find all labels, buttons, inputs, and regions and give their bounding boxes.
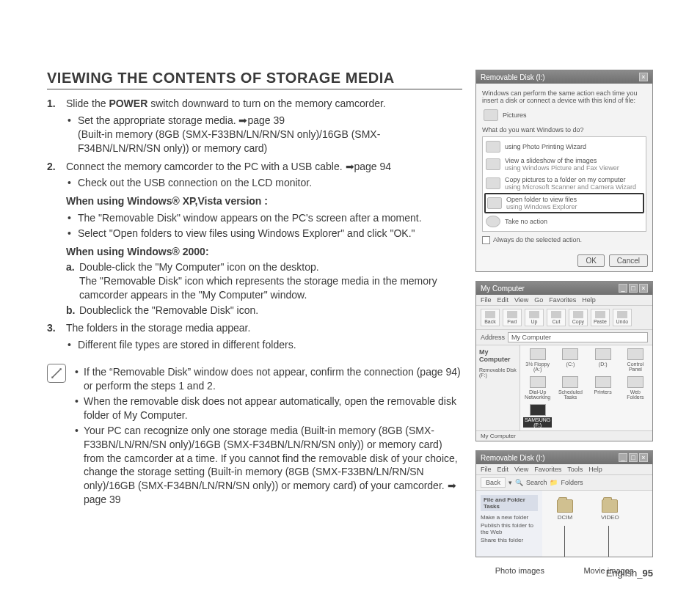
step2-ref: page 94 <box>354 161 392 172</box>
opt-copy-pictures[interactable]: Copy pictures to a folder on my computer… <box>484 174 644 193</box>
close-icon[interactable]: × <box>639 284 648 293</box>
dialog1-type: Pictures <box>503 111 527 119</box>
dialog2-title: My Computer <box>481 285 525 293</box>
task-share[interactable]: Share this folder <box>481 537 538 543</box>
opt-slideshow[interactable]: View a slideshow of the imagesusing Wind… <box>484 155 644 174</box>
drive-samsung[interactable]: SAMSUNG (F:) <box>523 404 552 428</box>
w2k-b: b.Doubleclick the "Removable Disk" icon. <box>66 304 462 318</box>
w2k-a: a.Double-click the "My Computer" icon on… <box>66 260 462 302</box>
mc-left-title: My Computer <box>479 348 511 363</box>
cancel-button[interactable]: Cancel <box>609 254 648 267</box>
status-bar: My Computer <box>476 430 652 441</box>
minimize-icon[interactable]: _ <box>619 453 627 462</box>
step2-text: Connect the memory camcorder to the PC w… <box>66 161 346 172</box>
w2k-b-text: Doubleclick the "Removable Disk" icon. <box>79 304 258 316</box>
step1-text-a: Slide the <box>66 98 109 109</box>
web-folders[interactable]: Web Folders <box>621 376 649 400</box>
dialup[interactable]: Dial-Up Networking <box>523 376 552 400</box>
note-b2: When the removable disk does not appear … <box>73 395 462 422</box>
menubar: File Edit View Go Favorites Help <box>476 295 652 306</box>
menu-file[interactable]: File <box>481 296 492 304</box>
main-steps: Slide the POWER switch downward to turn … <box>47 97 462 352</box>
tool-search[interactable]: Search <box>526 479 547 486</box>
pictures-icon <box>484 109 498 121</box>
folder-dcim[interactable]: DCIM <box>557 499 573 521</box>
opt-no-action[interactable]: Take no action <box>484 213 644 230</box>
section-title: VIEWING THE CONTENTS OF STORAGE MEDIA <box>47 70 462 89</box>
scheduled-tasks[interactable]: Scheduled Tasks <box>556 376 584 400</box>
dialog1-intro: Windows can perform the same action each… <box>482 89 646 104</box>
callout-line <box>608 526 609 557</box>
step-2: Connect the memory camcorder to the PC w… <box>47 160 462 318</box>
drive-floppy[interactable]: 3½ Floppy (A:) <box>523 348 552 372</box>
tool-copy[interactable]: Copy <box>569 309 588 326</box>
menu-favorites[interactable]: Favorites <box>534 466 561 473</box>
step1-bold: POWER <box>109 98 147 109</box>
footer-page: 95 <box>643 568 653 579</box>
tool-cut[interactable]: Cut <box>547 309 566 326</box>
opt-open-folder[interactable]: Open folder to view filesusing Windows E… <box>484 193 644 213</box>
xp-b1: The "Removable Disk" window appears on t… <box>66 211 462 225</box>
wizard-icon <box>486 141 500 153</box>
w2k-a-text: Double-click the "My Computer" icon on t… <box>79 261 437 301</box>
dialog-removable-disk: Removable Disk (I:) × Windows can perfor… <box>475 70 653 272</box>
menu-help[interactable]: Help <box>588 466 602 473</box>
dialog-my-computer: My Computer _□× File Edit View Go Favori… <box>475 281 653 441</box>
no-action-icon <box>486 216 500 227</box>
step1-bullet1: Set the appropriate storage media. ➡page… <box>66 114 462 155</box>
address-field[interactable]: My Computer <box>508 332 648 342</box>
dialog1-prompt: What do you want Windows to do? <box>482 126 646 133</box>
drive-c[interactable]: (C:) <box>556 348 584 372</box>
printers[interactable]: Printers <box>589 376 617 400</box>
callout-line <box>564 526 565 557</box>
menu-view[interactable]: View <box>514 296 528 304</box>
minimize-icon[interactable]: _ <box>619 284 627 293</box>
menu-help[interactable]: Help <box>582 296 596 304</box>
note-icon <box>47 364 66 383</box>
footer-sep: _ <box>637 568 642 579</box>
menu-tools[interactable]: Tools <box>567 466 583 473</box>
task-publish[interactable]: Publish this folder to the Web <box>481 522 538 535</box>
tool-up[interactable]: Up <box>525 309 544 326</box>
step1-b1-detail: (Built-in memory (8GB (SMX-F33BN/LN/RN/S… <box>78 128 380 154</box>
xp-heading: When using Windows® XP,Vista version : <box>66 194 462 208</box>
maximize-icon[interactable]: □ <box>629 453 638 462</box>
menu-favorites[interactable]: Favorites <box>549 296 576 304</box>
caption-photo: Photo images <box>495 566 544 575</box>
maximize-icon[interactable]: □ <box>629 284 638 293</box>
address-label: Address <box>481 334 505 341</box>
dialog3-title: Removable Disk (I:) <box>481 454 545 462</box>
menu-edit[interactable]: Edit <box>497 296 508 304</box>
close-icon[interactable]: × <box>639 453 648 462</box>
note-b1: If the “Removable Disk” window does not … <box>73 365 462 393</box>
step-1: Slide the POWER switch downward to turn … <box>47 97 462 155</box>
control-panel[interactable]: Control Panel <box>621 348 649 372</box>
note-b3-ref: page 39 <box>84 494 121 505</box>
step1-b1-ref: page 39 <box>247 114 285 126</box>
task-new-folder[interactable]: Make a new folder <box>481 514 538 521</box>
tool-fwd[interactable]: Fwd <box>503 309 522 326</box>
menu-file[interactable]: File <box>481 466 492 473</box>
tool-paste[interactable]: Paste <box>591 309 610 326</box>
menu-go[interactable]: Go <box>534 296 543 304</box>
ok-button[interactable]: OK <box>577 254 604 267</box>
always-label: Always do the selected action. <box>493 236 582 243</box>
step3-text: The folders in the storage media appear. <box>66 322 250 334</box>
xp-b2: Select "Open folders to view files using… <box>66 227 462 241</box>
folder-icon <box>487 197 502 209</box>
step2-bullet1: Check out the USB connection on the LCD … <box>66 176 462 190</box>
tool-back[interactable]: Back <box>481 477 506 488</box>
close-icon[interactable]: × <box>639 73 648 81</box>
mc-left-sub: Removable Disk (F:) <box>479 367 517 378</box>
opt-photo-wizard[interactable]: using Photo Printing Wizard <box>484 139 644 155</box>
always-checkbox[interactable] <box>482 236 490 244</box>
step3-b1: Different file types are stored in diffe… <box>66 338 462 352</box>
tool-folders[interactable]: Folders <box>561 479 583 486</box>
folder-video[interactable]: VIDEO <box>601 499 619 521</box>
drive-d[interactable]: (D:) <box>589 348 617 372</box>
tool-undo[interactable]: Undo <box>613 309 632 326</box>
task-panel-title: File and Folder Tasks <box>481 495 538 511</box>
menu-edit[interactable]: Edit <box>497 466 508 473</box>
tool-back[interactable]: Back <box>481 309 500 326</box>
menu-view[interactable]: View <box>514 466 528 473</box>
